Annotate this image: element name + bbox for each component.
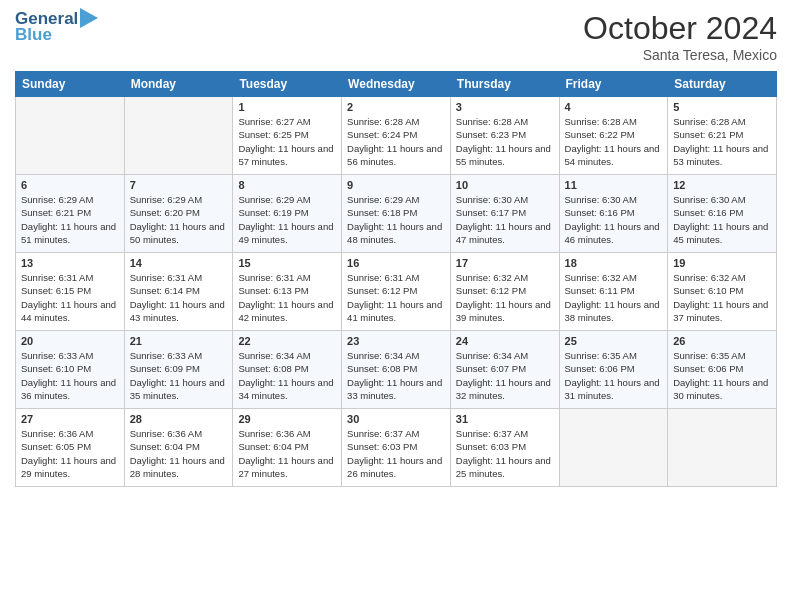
location: Santa Teresa, Mexico bbox=[583, 47, 777, 63]
col-tuesday: Tuesday bbox=[233, 72, 342, 97]
day-info: Sunrise: 6:31 AM Sunset: 6:15 PM Dayligh… bbox=[21, 271, 119, 324]
day-info: Sunrise: 6:29 AM Sunset: 6:21 PM Dayligh… bbox=[21, 193, 119, 246]
day-number: 17 bbox=[456, 257, 554, 269]
calendar-cell: 15Sunrise: 6:31 AM Sunset: 6:13 PM Dayli… bbox=[233, 253, 342, 331]
title-section: October 2024 Santa Teresa, Mexico bbox=[583, 10, 777, 63]
day-number: 24 bbox=[456, 335, 554, 347]
day-number: 20 bbox=[21, 335, 119, 347]
calendar-cell: 30Sunrise: 6:37 AM Sunset: 6:03 PM Dayli… bbox=[342, 409, 451, 487]
day-number: 19 bbox=[673, 257, 771, 269]
calendar-cell bbox=[668, 409, 777, 487]
day-info: Sunrise: 6:37 AM Sunset: 6:03 PM Dayligh… bbox=[347, 427, 445, 480]
day-info: Sunrise: 6:34 AM Sunset: 6:08 PM Dayligh… bbox=[347, 349, 445, 402]
calendar-cell: 16Sunrise: 6:31 AM Sunset: 6:12 PM Dayli… bbox=[342, 253, 451, 331]
calendar-cell: 29Sunrise: 6:36 AM Sunset: 6:04 PM Dayli… bbox=[233, 409, 342, 487]
calendar-cell: 6Sunrise: 6:29 AM Sunset: 6:21 PM Daylig… bbox=[16, 175, 125, 253]
day-number: 28 bbox=[130, 413, 228, 425]
day-number: 14 bbox=[130, 257, 228, 269]
week-row-3: 13Sunrise: 6:31 AM Sunset: 6:15 PM Dayli… bbox=[16, 253, 777, 331]
day-info: Sunrise: 6:34 AM Sunset: 6:07 PM Dayligh… bbox=[456, 349, 554, 402]
calendar-cell: 24Sunrise: 6:34 AM Sunset: 6:07 PM Dayli… bbox=[450, 331, 559, 409]
calendar-table: Sunday Monday Tuesday Wednesday Thursday… bbox=[15, 71, 777, 487]
day-info: Sunrise: 6:32 AM Sunset: 6:12 PM Dayligh… bbox=[456, 271, 554, 324]
day-number: 1 bbox=[238, 101, 336, 113]
svg-marker-0 bbox=[80, 8, 98, 28]
day-number: 15 bbox=[238, 257, 336, 269]
day-info: Sunrise: 6:31 AM Sunset: 6:12 PM Dayligh… bbox=[347, 271, 445, 324]
logo-icon bbox=[80, 8, 98, 28]
day-number: 7 bbox=[130, 179, 228, 191]
col-saturday: Saturday bbox=[668, 72, 777, 97]
calendar-cell: 18Sunrise: 6:32 AM Sunset: 6:11 PM Dayli… bbox=[559, 253, 668, 331]
day-info: Sunrise: 6:29 AM Sunset: 6:18 PM Dayligh… bbox=[347, 193, 445, 246]
calendar-cell: 14Sunrise: 6:31 AM Sunset: 6:14 PM Dayli… bbox=[124, 253, 233, 331]
calendar-cell: 12Sunrise: 6:30 AM Sunset: 6:16 PM Dayli… bbox=[668, 175, 777, 253]
calendar-cell: 3Sunrise: 6:28 AM Sunset: 6:23 PM Daylig… bbox=[450, 97, 559, 175]
col-sunday: Sunday bbox=[16, 72, 125, 97]
calendar-cell: 9Sunrise: 6:29 AM Sunset: 6:18 PM Daylig… bbox=[342, 175, 451, 253]
day-number: 16 bbox=[347, 257, 445, 269]
day-info: Sunrise: 6:33 AM Sunset: 6:10 PM Dayligh… bbox=[21, 349, 119, 402]
week-row-2: 6Sunrise: 6:29 AM Sunset: 6:21 PM Daylig… bbox=[16, 175, 777, 253]
day-info: Sunrise: 6:30 AM Sunset: 6:16 PM Dayligh… bbox=[673, 193, 771, 246]
col-thursday: Thursday bbox=[450, 72, 559, 97]
calendar-cell: 23Sunrise: 6:34 AM Sunset: 6:08 PM Dayli… bbox=[342, 331, 451, 409]
week-row-1: 1Sunrise: 6:27 AM Sunset: 6:25 PM Daylig… bbox=[16, 97, 777, 175]
header-row: Sunday Monday Tuesday Wednesday Thursday… bbox=[16, 72, 777, 97]
calendar-cell: 11Sunrise: 6:30 AM Sunset: 6:16 PM Dayli… bbox=[559, 175, 668, 253]
calendar-cell: 2Sunrise: 6:28 AM Sunset: 6:24 PM Daylig… bbox=[342, 97, 451, 175]
month-title: October 2024 bbox=[583, 10, 777, 47]
calendar-cell: 5Sunrise: 6:28 AM Sunset: 6:21 PM Daylig… bbox=[668, 97, 777, 175]
calendar-cell bbox=[124, 97, 233, 175]
day-info: Sunrise: 6:28 AM Sunset: 6:24 PM Dayligh… bbox=[347, 115, 445, 168]
day-info: Sunrise: 6:27 AM Sunset: 6:25 PM Dayligh… bbox=[238, 115, 336, 168]
day-number: 22 bbox=[238, 335, 336, 347]
day-info: Sunrise: 6:30 AM Sunset: 6:17 PM Dayligh… bbox=[456, 193, 554, 246]
week-row-5: 27Sunrise: 6:36 AM Sunset: 6:05 PM Dayli… bbox=[16, 409, 777, 487]
day-number: 21 bbox=[130, 335, 228, 347]
col-wednesday: Wednesday bbox=[342, 72, 451, 97]
day-info: Sunrise: 6:37 AM Sunset: 6:03 PM Dayligh… bbox=[456, 427, 554, 480]
calendar-cell: 20Sunrise: 6:33 AM Sunset: 6:10 PM Dayli… bbox=[16, 331, 125, 409]
calendar-cell: 8Sunrise: 6:29 AM Sunset: 6:19 PM Daylig… bbox=[233, 175, 342, 253]
day-info: Sunrise: 6:28 AM Sunset: 6:23 PM Dayligh… bbox=[456, 115, 554, 168]
calendar-cell: 27Sunrise: 6:36 AM Sunset: 6:05 PM Dayli… bbox=[16, 409, 125, 487]
day-number: 5 bbox=[673, 101, 771, 113]
day-info: Sunrise: 6:28 AM Sunset: 6:22 PM Dayligh… bbox=[565, 115, 663, 168]
day-number: 10 bbox=[456, 179, 554, 191]
day-number: 26 bbox=[673, 335, 771, 347]
col-friday: Friday bbox=[559, 72, 668, 97]
calendar-cell: 4Sunrise: 6:28 AM Sunset: 6:22 PM Daylig… bbox=[559, 97, 668, 175]
day-number: 6 bbox=[21, 179, 119, 191]
day-info: Sunrise: 6:33 AM Sunset: 6:09 PM Dayligh… bbox=[130, 349, 228, 402]
day-number: 4 bbox=[565, 101, 663, 113]
day-info: Sunrise: 6:35 AM Sunset: 6:06 PM Dayligh… bbox=[565, 349, 663, 402]
day-number: 12 bbox=[673, 179, 771, 191]
calendar-cell: 1Sunrise: 6:27 AM Sunset: 6:25 PM Daylig… bbox=[233, 97, 342, 175]
day-number: 2 bbox=[347, 101, 445, 113]
day-info: Sunrise: 6:36 AM Sunset: 6:04 PM Dayligh… bbox=[238, 427, 336, 480]
calendar-cell: 19Sunrise: 6:32 AM Sunset: 6:10 PM Dayli… bbox=[668, 253, 777, 331]
calendar-cell: 22Sunrise: 6:34 AM Sunset: 6:08 PM Dayli… bbox=[233, 331, 342, 409]
day-number: 3 bbox=[456, 101, 554, 113]
day-info: Sunrise: 6:32 AM Sunset: 6:11 PM Dayligh… bbox=[565, 271, 663, 324]
day-info: Sunrise: 6:29 AM Sunset: 6:19 PM Dayligh… bbox=[238, 193, 336, 246]
logo: General Blue bbox=[15, 10, 98, 44]
page-container: General Blue October 2024 Santa Teresa, … bbox=[0, 0, 792, 497]
calendar-cell: 21Sunrise: 6:33 AM Sunset: 6:09 PM Dayli… bbox=[124, 331, 233, 409]
day-info: Sunrise: 6:35 AM Sunset: 6:06 PM Dayligh… bbox=[673, 349, 771, 402]
calendar-cell: 10Sunrise: 6:30 AM Sunset: 6:17 PM Dayli… bbox=[450, 175, 559, 253]
calendar-cell: 7Sunrise: 6:29 AM Sunset: 6:20 PM Daylig… bbox=[124, 175, 233, 253]
calendar-cell: 26Sunrise: 6:35 AM Sunset: 6:06 PM Dayli… bbox=[668, 331, 777, 409]
day-info: Sunrise: 6:31 AM Sunset: 6:14 PM Dayligh… bbox=[130, 271, 228, 324]
day-number: 11 bbox=[565, 179, 663, 191]
day-number: 18 bbox=[565, 257, 663, 269]
week-row-4: 20Sunrise: 6:33 AM Sunset: 6:10 PM Dayli… bbox=[16, 331, 777, 409]
calendar-cell: 25Sunrise: 6:35 AM Sunset: 6:06 PM Dayli… bbox=[559, 331, 668, 409]
day-info: Sunrise: 6:30 AM Sunset: 6:16 PM Dayligh… bbox=[565, 193, 663, 246]
header: General Blue October 2024 Santa Teresa, … bbox=[15, 10, 777, 63]
calendar-cell bbox=[16, 97, 125, 175]
day-number: 25 bbox=[565, 335, 663, 347]
logo-text-blue: Blue bbox=[15, 26, 52, 45]
day-number: 8 bbox=[238, 179, 336, 191]
